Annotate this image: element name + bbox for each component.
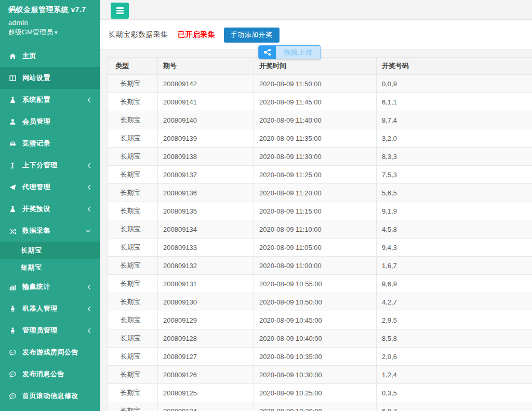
draw-time-cell: 2020-08-09 11:30:00 — [254, 148, 377, 166]
table-row: 长期宝2008091372020-08-09 11:25:007,5,3 — [108, 166, 532, 184]
type-cell: 长期宝 — [108, 202, 158, 220]
sidebar-item-draw-presets[interactable]: 开奖预设 — [0, 198, 100, 220]
issue-number-cell: 200809138 — [158, 148, 254, 166]
user-role-dropdown[interactable]: 超级GM管理员▾ — [8, 28, 92, 37]
type-cell: 长期宝 — [108, 402, 158, 411]
sidebar-item-points-management[interactable]: 上下分管理 — [0, 154, 100, 176]
home-icon — [8, 52, 17, 60]
chevron-left-icon — [87, 184, 91, 190]
sidebar-item-win-loss-stats[interactable]: 输赢统计 — [0, 276, 100, 298]
sidebar-item-bet-records[interactable]: 竞猜记录 — [0, 132, 100, 154]
flask-icon — [8, 96, 17, 104]
draw-time-cell: 2020-08-09 10:30:00 — [254, 366, 377, 384]
draw-time-cell: 2020-08-09 10:35:00 — [254, 348, 377, 366]
sidebar-nav: 主页网站设置系统配置会员管理竞猜记录上下分管理代理管理开奖预设数据采集长期宝短期… — [0, 45, 100, 407]
sidebar-item-data-collection[interactable]: 数据采集 — [0, 220, 100, 242]
draw-time-cell: 2020-08-09 10:40:00 — [254, 329, 377, 348]
issue-number-cell: 200809130 — [158, 293, 254, 311]
sidebar-item-label: 数据采集 — [22, 226, 85, 235]
table-header-row: 类型期号开奖时间开奖号码 — [108, 58, 532, 75]
type-cell: 长期宝 — [108, 75, 158, 93]
table-row: 长期宝2008091252020-08-09 10:25:000,3,5 — [108, 384, 532, 402]
issue-number-cell: 200809142 — [158, 75, 254, 93]
draw-numbers-cell: 5,6,5 — [377, 184, 532, 202]
type-cell: 长期宝 — [108, 366, 158, 384]
type-cell: 长期宝 — [108, 184, 158, 202]
sidebar-item-home[interactable]: 主页 — [0, 45, 100, 67]
table-row: 长期宝2008091292020-08-09 10:45:002,9,5 — [108, 311, 532, 329]
table-row: 长期宝2008091332020-08-09 11:05:009,4,3 — [108, 238, 532, 257]
shuffle-icon — [8, 227, 17, 235]
draw-numbers-cell: 8,7,4 — [377, 111, 532, 129]
column-header-2: 期号 — [158, 58, 254, 75]
columns-icon — [8, 74, 17, 82]
comment-icon — [8, 392, 17, 400]
type-cell: 长期宝 — [108, 166, 158, 184]
draw-numbers-cell: 7,5,3 — [377, 166, 532, 184]
draw-time-cell: 2020-08-09 11:35:00 — [254, 129, 377, 148]
type-cell: 长期宝 — [108, 275, 158, 293]
manual-add-draw-button[interactable]: 手动添加开奖 — [224, 28, 280, 43]
draw-time-cell: 2020-08-09 10:25:00 — [254, 384, 377, 402]
draw-numbers-cell: 2,0,6 — [377, 348, 532, 366]
sidebar-item-label: 网站设置 — [22, 73, 92, 83]
drag-upload-widget[interactable]: 拖拽上传 — [258, 45, 321, 59]
table-row: 长期宝2008091382020-08-09 11:30:008,3,3 — [108, 148, 532, 166]
issue-number-cell: 200809127 — [158, 348, 254, 366]
draw-numbers-cell: 8,3,3 — [377, 148, 532, 166]
table-row: 长期宝2008091312020-08-09 10:55:009,6,9 — [108, 275, 532, 293]
draw-numbers-cell: 0,0,9 — [377, 75, 532, 93]
type-cell: 长期宝 — [108, 129, 158, 148]
table-row: 长期宝2008091352020-08-09 11:15:009,1,9 — [108, 202, 532, 220]
sidebar-subitem-duanqibao[interactable]: 短期宝 — [0, 259, 100, 276]
sidebar-item-admin-management[interactable]: 管理员管理 — [0, 320, 100, 341]
sidebar-item-home-scroll-info[interactable]: 首页滚动信息修改 — [0, 385, 100, 407]
sidebar-item-agent-management[interactable]: 代理管理 — [0, 176, 100, 198]
table-row: 长期宝2008091262020-08-09 10:30:001,2,4 — [108, 366, 532, 384]
issue-number-cell: 200809132 — [158, 257, 254, 275]
hamburger-icon — [116, 7, 124, 9]
caret-down-icon: ▾ — [55, 29, 58, 35]
type-cell: 长期宝 — [108, 148, 158, 166]
sidebar-item-member-management[interactable]: 会员管理 — [0, 111, 100, 132]
table-row: 长期宝2008091272020-08-09 10:35:002,0,6 — [108, 348, 532, 366]
sidebar-item-label: 主页 — [22, 51, 92, 61]
sidebar-item-system-config[interactable]: 系统配置 — [0, 89, 100, 111]
column-header-1: 类型 — [108, 58, 158, 75]
type-cell: 长期宝 — [108, 93, 158, 111]
draw-time-cell: 2020-08-09 11:45:00 — [254, 93, 377, 111]
sidebar-item-robot-management[interactable]: 机器人管理 — [0, 298, 100, 320]
chevron-left-icon — [87, 206, 91, 212]
sidebar-item-game-room-announcement[interactable]: 发布游戏房间公告 — [0, 341, 100, 363]
table-row: 长期宝2008091392020-08-09 11:35:003,2,0 — [108, 129, 532, 148]
column-header-4: 开奖号码 — [377, 58, 532, 75]
draw-time-cell: 2020-08-09 10:50:00 — [254, 293, 377, 311]
table-row: 长期宝2008091302020-08-09 10:50:004,2,7 — [108, 293, 532, 311]
table-row: 长期宝2008091342020-08-09 11:10:004,5,8 — [108, 220, 532, 238]
sidebar-item-label: 发布游戏房间公告 — [22, 348, 92, 357]
issue-number-cell: 200809128 — [158, 329, 254, 348]
sidebar-item-message-announcement[interactable]: 发布消息公告 — [0, 363, 100, 385]
top-navbar — [100, 0, 532, 20]
draw-time-cell: 2020-08-09 11:50:00 — [254, 75, 377, 93]
sidebar-toggle-button[interactable] — [111, 3, 129, 19]
draw-time-cell: 2020-08-09 11:05:00 — [254, 238, 377, 257]
draw-numbers-cell: 6,1,1 — [377, 93, 532, 111]
table-row: 长期宝2008091282020-08-09 10:40:008,5,8 — [108, 329, 532, 348]
sidebar-item-label: 系统配置 — [22, 95, 87, 104]
sidebar-item-site-settings[interactable]: 网站设置 — [0, 67, 100, 89]
draw-numbers-cell: 9,6,9 — [377, 275, 532, 293]
drag-upload-label: 拖拽上传 — [276, 46, 321, 59]
comment-icon — [8, 370, 17, 378]
sidebar-item-label: 会员管理 — [22, 117, 92, 126]
sidebar-item-label: 竞猜记录 — [22, 139, 92, 148]
chevron-left-icon — [87, 97, 91, 103]
sidebar-item-label: 代理管理 — [22, 182, 87, 192]
collection-status-text: 已开启采集 — [178, 30, 216, 39]
sidebar-item-label: 机器人管理 — [22, 304, 87, 313]
draw-numbers-cell: 9,4,3 — [377, 238, 532, 257]
sidebar-item-label: 发布消息公告 — [22, 369, 92, 379]
type-cell: 长期宝 — [108, 311, 158, 329]
table-row: 长期宝2008091322020-08-09 11:00:001,6,7 — [108, 257, 532, 275]
sidebar-subitem-changqibao[interactable]: 长期宝 — [0, 242, 100, 259]
